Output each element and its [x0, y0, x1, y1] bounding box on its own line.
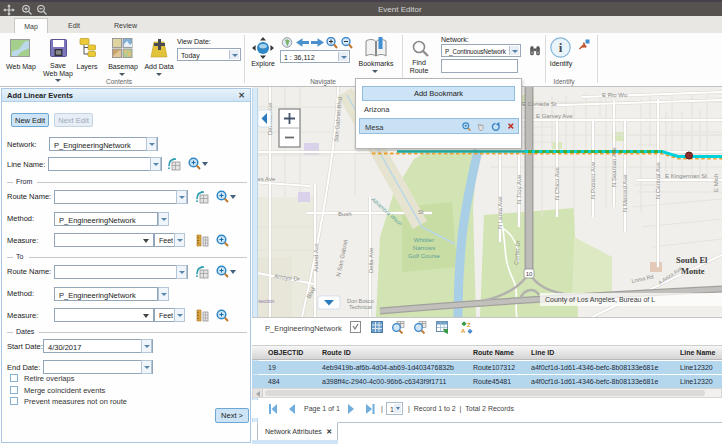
- svg-text:N Seaman Ave: N Seaman Ave: [611, 146, 617, 187]
- svg-text:Monte: Monte: [681, 266, 705, 276]
- svg-text:South El: South El: [676, 255, 708, 265]
- svg-text:i: i: [559, 40, 563, 55]
- svg-text:Technical: Technical: [349, 304, 372, 310]
- svg-text:Della Ave: Della Ave: [368, 247, 374, 273]
- svg-text:Arland Ave: Arland Ave: [313, 242, 319, 272]
- svg-text:Whittier: Whittier: [414, 237, 434, 243]
- svg-text:N Potrero Ave: N Potrero Ave: [590, 161, 596, 199]
- svg-text:10: 10: [526, 271, 533, 277]
- svg-text:E Mich: E Mich: [713, 174, 719, 192]
- svg-text:E Rio Wo: E Rio Wo: [602, 92, 628, 98]
- svg-text:E Garvey Ave: E Garvey Ave: [536, 113, 573, 119]
- svg-text:Narrows: Narrows: [413, 245, 435, 251]
- svg-text:Golf Course: Golf Course: [408, 253, 441, 259]
- svg-text:A: A: [461, 328, 466, 334]
- svg-text:N Chico Ave: N Chico Ave: [554, 166, 560, 200]
- svg-text:N Troy Ave: N Troy Ave: [516, 174, 522, 204]
- svg-text:Bush: Bush: [338, 211, 352, 217]
- svg-text:E Kingerman St: E Kingerman St: [665, 173, 707, 179]
- svg-text:St: St: [418, 209, 424, 215]
- svg-text:N Lema Ave: N Lema Ave: [497, 196, 503, 229]
- svg-text:County of Los Angeles, Bureau: County of Los Angeles, Bureau of L: [545, 296, 655, 304]
- svg-text:E Cortada St: E Cortada St: [522, 101, 557, 107]
- svg-text:N Merced Ave: N Merced Ave: [622, 174, 628, 212]
- svg-text:Z: Z: [467, 322, 471, 328]
- svg-text:N Central Ave: N Central Ave: [655, 161, 661, 199]
